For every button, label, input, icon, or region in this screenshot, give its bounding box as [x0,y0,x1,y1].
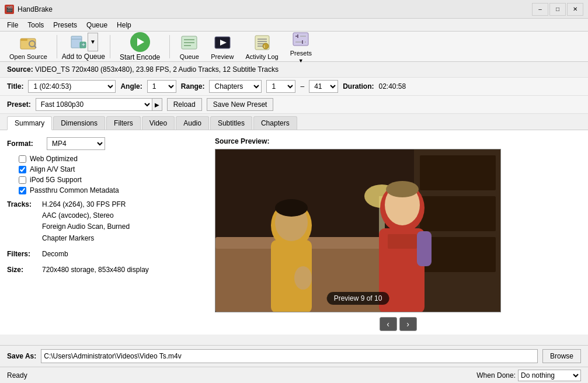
add-queue-dropdown[interactable]: ▼ [88,33,98,51]
tab-filters[interactable]: Filters [106,116,141,130]
presets-arrow: ▼ [298,58,304,64]
presets-icon [291,30,310,48]
titlebar: 🎬 HandBrake – □ ✕ [0,0,588,19]
preview-label: Source Preview: [215,137,581,145]
save-new-preset-button[interactable]: Save New Preset [207,98,274,111]
saveas-label: Save As: [7,352,36,360]
toolbar: Open Source + ▼ Add to Queue Start Encod… [0,32,588,62]
tab-video[interactable]: Video [142,116,175,130]
preset-select[interactable]: Fast 1080p30 [36,98,152,111]
close-button[interactable]: ✕ [567,3,583,16]
presets-button[interactable]: Presets ▼ [286,27,316,66]
menu-presets[interactable]: Presets [48,20,82,30]
range-label: Range: [181,82,205,90]
menu-tools[interactable]: Tools [23,20,48,30]
app-title: HandBrake [18,5,53,13]
preset-arrow-button[interactable]: ▶ [152,98,162,111]
chapter-end-select[interactable]: 41 [309,80,338,93]
tab-subtitles[interactable]: Subtitles [210,116,252,130]
passthru-checkbox[interactable] [19,187,26,194]
preview-prev-button[interactable]: ‹ [380,317,397,331]
preview-overlay: Preview 9 of 10 [327,292,389,305]
svg-point-41 [275,199,308,217]
filters-label: Filters: [7,249,42,260]
svg-text:+: + [82,41,85,48]
add-to-queue-label: Add to Queue [62,53,105,61]
menu-queue[interactable]: Queue [82,20,112,30]
ipod-row: iPod 5G Support [19,176,206,184]
range-select[interactable]: Chapters [209,80,262,93]
tracks-line-1: H.264 (x264), 30 FPS PFR [42,199,130,210]
svg-text:i: i [264,44,265,49]
activity-log-button[interactable]: i Activity Log [241,31,283,62]
source-value: VIDEO_TS 720x480 (853x480), 23.98 FPS, 2… [35,65,279,74]
preview-scene [215,149,501,312]
toolbar-sep-3 [169,35,170,58]
preview-icon [213,33,232,52]
add-to-queue-icon: + [69,33,88,51]
toolbar-sep-1 [57,35,57,58]
reload-button[interactable]: Reload [167,98,202,111]
when-done-group: When Done: Do nothing Shutdown Suspend H… [476,370,581,381]
align-av-row: Align A/V Start [19,165,206,173]
preview-button[interactable]: Preview [206,31,238,62]
start-encode-button[interactable]: Start Encode [115,30,165,64]
chapter-dash: – [300,82,304,90]
queue-icon [180,33,199,52]
start-encode-label: Start Encode [120,53,160,61]
when-done-select[interactable]: Do nothing Shutdown Suspend Hibernate Qu… [518,370,581,381]
minimize-button[interactable]: – [532,3,548,16]
angle-label: Angle: [120,82,142,90]
maximize-button[interactable]: □ [549,3,566,16]
title-label: Title: [7,82,23,90]
web-optimized-checkbox[interactable] [19,155,26,163]
tab-summary[interactable]: Summary [7,116,52,130]
preset-row: Preset: Fast 1080p30 ▶ Reload Save New P… [0,96,588,114]
format-row: Format: MP4 MKV [7,137,206,150]
titlebar-left: 🎬 HandBrake [5,5,53,14]
preview-label: Preview [211,53,234,60]
main-content: Format: MP4 MKV Web Optimized Align A/V … [0,130,588,335]
left-panel: Format: MP4 MKV Web Optimized Align A/V … [7,137,206,328]
tracks-line-2: AAC (avcodec), Stereo [42,210,130,221]
tab-audio[interactable]: Audio [176,116,209,130]
svg-rect-21 [293,33,308,46]
svg-rect-30 [420,155,496,190]
menu-help[interactable]: Help [112,20,136,30]
right-panel: Source Preview: [215,137,581,328]
toolbar-sep-2 [110,35,110,58]
add-queue-group: + ▼ [69,33,98,51]
tab-chapters[interactable]: Chapters [253,116,297,130]
tabs: Summary Dimensions Filters Video Audio S… [0,114,588,130]
svg-rect-1 [20,39,27,41]
ipod-checkbox[interactable] [19,176,26,184]
saveas-input[interactable] [41,349,538,363]
open-source-button[interactable]: Open Source [5,31,52,62]
tracks-line-4: Chapter Markers [42,233,130,244]
add-to-queue-button[interactable]: + ▼ Add to Queue [62,33,105,61]
tracks-values: H.264 (x264), 30 FPS PFR AAC (avcodec), … [42,199,130,244]
saveas-bar: Save As: Browse [0,345,588,367]
svg-rect-46 [388,234,417,249]
preview-image: Preview 9 of 10 [215,149,501,312]
open-source-label: Open Source [9,53,47,60]
open-source-icon [19,33,37,52]
when-done-label: When Done: [476,371,516,379]
svg-rect-31 [420,196,496,231]
align-av-checkbox[interactable] [19,166,26,173]
tab-dimensions[interactable]: Dimensions [53,116,105,130]
tracks-line-3: Foreign Audio Scan, Burned [42,221,130,232]
browse-button[interactable]: Browse [542,349,581,363]
source-label: Source: [7,65,33,74]
preview-next-button[interactable]: › [399,317,417,331]
svg-point-48 [294,266,312,290]
align-av-label: Align A/V Start [30,165,75,173]
menu-file[interactable]: File [2,20,23,30]
angle-select[interactable]: 1 [147,80,176,93]
app-icon: 🎬 [5,5,14,14]
format-select[interactable]: MP4 MKV [47,137,105,150]
title-select[interactable]: 1 (02:40:53) [28,80,116,93]
size-label: Size: [7,264,42,276]
chapter-start-select[interactable]: 1 [266,80,295,93]
queue-button[interactable]: Queue [175,31,204,62]
